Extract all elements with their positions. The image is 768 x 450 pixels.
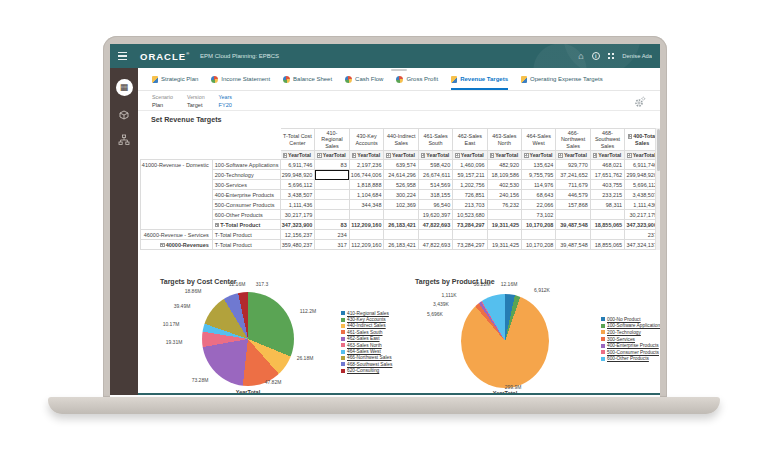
grid-cell[interactable]: 39,487,548 xyxy=(556,240,590,250)
column-subheader-yeartotal[interactable]: YearTotal xyxy=(349,151,384,160)
column-header-410-regional-sales[interactable]: 410-Regional Sales xyxy=(315,129,349,151)
grid-cell[interactable] xyxy=(590,210,624,220)
row-header-40000-revenues[interactable]: 40000-Revenues xyxy=(141,240,213,250)
grid-cell[interactable]: 403,755 xyxy=(590,180,624,190)
legend-item-300-services[interactable]: 300-Services xyxy=(601,336,660,343)
grid-cell[interactable]: 929,770 xyxy=(556,160,590,170)
column-subheader-yeartotal[interactable]: YearTotal xyxy=(590,151,624,160)
grid-cell[interactable]: 234 xyxy=(315,230,349,240)
grid-cell[interactable]: 59,157,211 xyxy=(453,170,487,180)
legend-item-620-consulting[interactable]: 620-Consulting xyxy=(341,368,392,374)
row-member-t-total-product[interactable]: T-Total Product xyxy=(212,230,280,240)
grid-cell[interactable]: 300,224 xyxy=(384,190,418,200)
pov-member-link[interactable]: Target xyxy=(187,102,205,108)
grid-cell[interactable]: 639,574 xyxy=(384,160,418,170)
grid-cell[interactable]: 10,170,208 xyxy=(522,240,556,250)
grid-cell[interactable]: 19,311,425 xyxy=(487,220,521,230)
grid-cell[interactable]: 83 xyxy=(315,220,349,230)
row-member-200-technology[interactable]: 200-Technology xyxy=(212,170,280,180)
grid-cell[interactable]: 37,241,652 xyxy=(556,170,590,180)
grid-cell[interactable] xyxy=(384,230,418,240)
grid-cell[interactable] xyxy=(315,200,349,210)
legend-item-600-other-products[interactable]: 600-Other Products xyxy=(601,356,660,363)
grid-cell[interactable]: 112,209,160 xyxy=(349,240,384,250)
column-header-461-sales-south[interactable]: 461-Sales South xyxy=(418,129,452,151)
grid-cell[interactable]: 17,651,762 xyxy=(590,170,624,180)
tab-income-statement[interactable]: Income Statement xyxy=(211,71,270,90)
grid-cell[interactable] xyxy=(418,230,452,240)
row-member-100-software-applications[interactable]: 100-Software Applications xyxy=(212,160,280,170)
column-header-462-sales-east[interactable]: 462-Sales East xyxy=(453,129,487,151)
row-header-41000-revenue-domestic[interactable]: 41000-Revenue - Domestic xyxy=(141,160,213,230)
grid-cell[interactable] xyxy=(349,210,384,220)
grid-cell[interactable]: 98,311 xyxy=(590,200,624,210)
info-icon[interactable]: i xyxy=(592,52,600,60)
grid-cell[interactable] xyxy=(487,210,521,220)
grid-cell[interactable] xyxy=(590,230,624,240)
tab-operating-expense-targets[interactable]: Operating Expense Targets xyxy=(521,71,603,90)
column-header-463-sales-north[interactable]: 463-Sales North xyxy=(487,129,521,151)
tab-revenue-targets[interactable]: Revenue Targets xyxy=(451,71,508,90)
column-subheader-yeartotal[interactable]: YearTotal xyxy=(315,151,349,160)
grid-cell[interactable]: 6,911,746 xyxy=(280,160,315,170)
grid-cell[interactable]: 9,755,795 xyxy=(522,170,556,180)
grid-cell[interactable] xyxy=(522,230,556,240)
apps-grid-icon[interactable] xyxy=(608,53,615,60)
grid-cell[interactable]: 47,822,693 xyxy=(418,240,452,250)
pov-member-link[interactable]: FY20 xyxy=(219,102,232,108)
grid-cell[interactable] xyxy=(556,230,590,240)
grid-cell[interactable]: 5,696,112 xyxy=(280,180,315,190)
grid-cell[interactable]: 83 xyxy=(315,160,349,170)
grid-cell[interactable] xyxy=(315,170,349,180)
tab-gross-profit[interactable]: Gross Profit xyxy=(396,71,438,90)
row-member-500-consumer-products[interactable]: 500-Consumer Products xyxy=(212,200,280,210)
user-name[interactable]: Denise Ada xyxy=(622,53,652,59)
grid-cell[interactable]: 359,480,237 xyxy=(280,240,315,250)
grid-cell[interactable]: 344,348 xyxy=(349,200,384,210)
grid-cell[interactable] xyxy=(384,210,418,220)
grid-cell[interactable]: 213,703 xyxy=(453,200,487,210)
grid-cell[interactable]: 22,066 xyxy=(522,200,556,210)
grid-cell[interactable]: 157,868 xyxy=(556,200,590,210)
settings-gear-icon[interactable] xyxy=(634,96,646,108)
grid-cell[interactable]: 526,958 xyxy=(384,180,418,190)
grid-cell[interactable]: 26,183,421 xyxy=(384,240,418,250)
row-header-46000-revenue-services[interactable]: 46000-Revenue - Services xyxy=(141,230,213,240)
row-member-t-total-product[interactable]: T-Total Product xyxy=(212,220,280,230)
grid-cell[interactable]: 2,197,236 xyxy=(349,160,384,170)
legend-item-500-consumer-products[interactable]: 500-Consumer Products xyxy=(601,349,660,356)
grid-cell[interactable]: 26,183,421 xyxy=(384,220,418,230)
pie-targets-by-cost-center[interactable] xyxy=(202,292,294,386)
grid-cell[interactable]: 19,311,425 xyxy=(487,240,521,250)
column-subheader-yeartotal[interactable]: YearTotal xyxy=(453,151,487,160)
grid-cell[interactable]: 114,976 xyxy=(522,180,556,190)
grid-cell[interactable]: 446,579 xyxy=(556,190,590,200)
grid-cell[interactable] xyxy=(349,230,384,240)
grid-cell[interactable]: 73,102 xyxy=(522,210,556,220)
grid-cell[interactable]: 233,215 xyxy=(590,190,624,200)
tab-strip-handle[interactable] xyxy=(391,69,407,71)
org-chart-icon[interactable] xyxy=(118,134,130,146)
grid-cell[interactable]: 73,284,297 xyxy=(453,220,487,230)
grid-cell[interactable]: 73,284,297 xyxy=(453,240,487,250)
grid-cell[interactable]: 47,822,693 xyxy=(418,220,452,230)
column-header-430-key-accounts[interactable]: 430-Key Accounts xyxy=(349,129,384,151)
grid-cell[interactable]: 711,679 xyxy=(556,180,590,190)
pie-targets-by-product-line[interactable] xyxy=(461,294,549,388)
tab-cash-flow[interactable]: Cash Flow xyxy=(345,71,383,90)
column-header-468-southwest-sales[interactable]: 468-Southwest Sales xyxy=(590,129,624,151)
legend-item-100-software-applications[interactable]: 100-Software Applications xyxy=(601,323,660,330)
column-header-464-sales-west[interactable]: 464-Sales West xyxy=(522,129,556,151)
grid-cell[interactable]: 12,156,237 xyxy=(280,230,315,240)
grid-cell[interactable]: 10,170,208 xyxy=(522,220,556,230)
grid-cell[interactable]: 18,109,586 xyxy=(487,170,521,180)
grid-cell[interactable]: 18,855,065 xyxy=(590,240,624,250)
grid-cell[interactable]: 1,460,096 xyxy=(453,160,487,170)
column-subheader-yeartotal[interactable]: YearTotal xyxy=(487,151,521,160)
grid-cell[interactable]: 68,643 xyxy=(522,190,556,200)
grid-cell[interactable]: 1,202,756 xyxy=(453,180,487,190)
column-header-466-northwest-sales[interactable]: 466-Northwest Sales xyxy=(556,129,590,151)
grid-cell[interactable]: 76,232 xyxy=(487,200,521,210)
tab-strategic-plan[interactable]: Strategic Plan xyxy=(152,71,198,90)
forms-grid-icon[interactable]: ▦ xyxy=(116,79,133,96)
